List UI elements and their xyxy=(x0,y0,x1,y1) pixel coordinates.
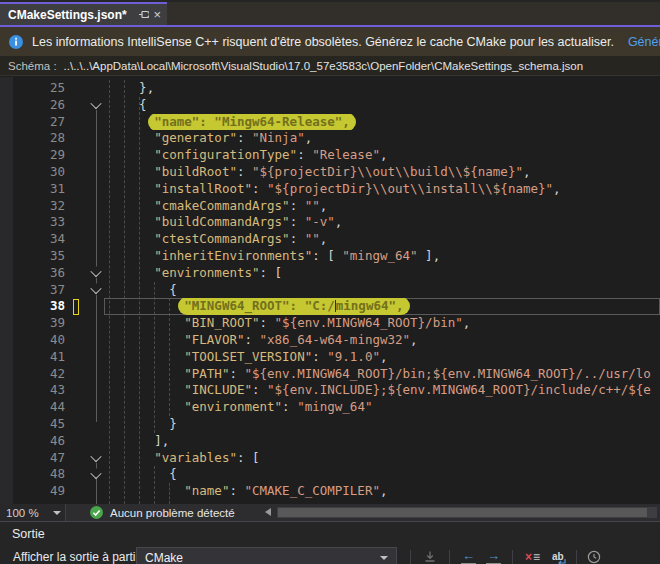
code-text: "PATH": "${env.MINGW64_ROOT}/bin;${env.M… xyxy=(104,366,660,383)
scrollbar-thumb[interactable] xyxy=(278,508,647,517)
code-editor[interactable]: 25 },26 {27 "name": "Mingw64-Release",28… xyxy=(0,77,660,504)
toolbar-separator xyxy=(576,550,577,564)
clock-icon[interactable] xyxy=(587,550,601,564)
fold-column[interactable] xyxy=(87,101,104,109)
code-line[interactable]: 45 } xyxy=(0,416,660,433)
code-line[interactable]: 27 "name": "Mingw64-Release", xyxy=(0,114,660,131)
goto-message-icon[interactable] xyxy=(423,550,437,564)
dropdown-arrow-icon xyxy=(53,511,61,515)
fold-chevron-icon[interactable] xyxy=(90,451,101,462)
code-line[interactable]: 39 "BIN_ROOT": "${env.MINGW64_ROOT}/bin"… xyxy=(0,315,660,332)
clear-all-icon[interactable]: ×≡ xyxy=(525,552,540,562)
code-line[interactable]: 41 "TOOLSET_VERSION": "9.1.0", xyxy=(0,349,660,366)
code-line[interactable]: 47 "variables": [ xyxy=(0,450,660,467)
code-text: }, xyxy=(104,80,660,97)
fold-column[interactable] xyxy=(87,471,104,479)
code-line[interactable]: 29 "configurationType": "Release", xyxy=(0,147,660,164)
line-number: 27 xyxy=(0,114,65,131)
code-line[interactable]: 42 "PATH": "${env.MINGW64_ROOT}/bin;${en… xyxy=(0,366,660,383)
code-line[interactable]: 33 "buildCommandArgs": "-v", xyxy=(0,214,660,231)
code-line[interactable]: 38 "MINGW64_ROOT": "C:/mingw64", xyxy=(0,298,660,315)
zoom-select[interactable]: 100 % xyxy=(0,504,66,521)
generate-link[interactable]: Générer xyxy=(628,35,660,49)
code-line[interactable]: 35 "inheritEnvironments": [ "mingw_64" ]… xyxy=(0,248,660,265)
problems-indicator[interactable]: Aucun problème détecté xyxy=(90,506,235,519)
intellisense-info-bar: Les informations IntelliSense C++ risque… xyxy=(0,27,660,56)
scroll-left-arrow-icon[interactable] xyxy=(265,508,271,516)
line-number: 38 xyxy=(0,298,65,315)
code-line[interactable]: 31 "installRoot": "${projectDir}\\out\\i… xyxy=(0,181,660,198)
code-lines[interactable]: 25 },26 {27 "name": "Mingw64-Release",28… xyxy=(0,80,660,500)
line-number: 43 xyxy=(0,382,65,399)
output-source-combobox[interactable]: CMake xyxy=(136,547,397,564)
code-line[interactable]: 37 { xyxy=(0,282,660,299)
code-text: "cmakeCommandArgs": "", xyxy=(104,198,660,215)
tab-title: CMakeSettings.json* xyxy=(8,8,134,22)
code-line[interactable]: 28 "generator": "Ninja", xyxy=(0,130,660,147)
code-line[interactable]: 40 "FLAVOR": "x86_64-w64-mingw32", xyxy=(0,332,660,349)
fold-column[interactable] xyxy=(87,269,104,277)
fold-column[interactable] xyxy=(87,286,104,294)
word-wrap-icon[interactable]: ab xyxy=(552,552,564,562)
line-number: 35 xyxy=(0,248,65,265)
code-line[interactable]: 30 "buildRoot": "${projectDir}\\out\\bui… xyxy=(0,164,660,181)
code-line[interactable]: 43 "INCLUDE": "${env.INCLUDE};${env.MING… xyxy=(0,382,660,399)
line-number: 39 xyxy=(0,315,65,332)
code-line[interactable]: 48 { xyxy=(0,466,660,483)
line-number: 42 xyxy=(0,366,65,383)
horizontal-scrollbar[interactable] xyxy=(277,507,657,518)
fold-chevron-icon[interactable] xyxy=(90,98,101,109)
line-number: 29 xyxy=(0,147,65,164)
toolbar-separator xyxy=(512,550,513,564)
code-text: "configurationType": "Release", xyxy=(104,147,660,164)
code-text: "MINGW64_ROOT": "C:/mingw64", xyxy=(104,298,660,315)
code-line[interactable]: 44 "environment": "mingw_64" xyxy=(0,399,660,416)
line-number: 36 xyxy=(0,265,65,282)
line-number: 28 xyxy=(0,130,65,147)
code-text: "environment": "mingw_64" xyxy=(104,399,660,416)
output-panel: Sortie Afficher la sortie à partir de : … xyxy=(0,521,660,564)
code-text: "name": "Mingw64-Release", xyxy=(104,114,660,131)
close-icon[interactable]: × xyxy=(153,9,161,20)
search-highlight: "name": "Mingw64-Release", xyxy=(148,114,356,131)
code-text: "ctestCommandArgs": "", xyxy=(104,231,660,248)
line-number: 46 xyxy=(0,433,65,450)
tab-cmakesettings[interactable]: CMakeSettings.json* × xyxy=(0,2,167,25)
next-message-icon[interactable]: → xyxy=(486,550,501,564)
line-number: 32 xyxy=(0,198,65,215)
code-text: "installRoot": "${projectDir}\\out\\inst… xyxy=(104,181,660,198)
code-text: { xyxy=(104,282,660,299)
infobar-message: Les informations IntelliSense C++ risque… xyxy=(32,35,614,49)
fold-chevron-icon[interactable] xyxy=(90,283,101,294)
pin-icon[interactable] xyxy=(138,9,149,20)
code-line[interactable]: 34 "ctestCommandArgs": "", xyxy=(0,231,660,248)
code-text: "variables": [ xyxy=(104,450,660,467)
info-icon xyxy=(9,35,23,49)
line-number: 37 xyxy=(0,282,65,299)
code-text: "INCLUDE": "${env.INCLUDE};${env.MINGW64… xyxy=(104,382,660,399)
line-number: 44 xyxy=(0,399,65,416)
fold-chevron-icon[interactable] xyxy=(90,468,101,479)
line-number: 41 xyxy=(0,349,65,366)
prev-message-icon[interactable]: ← xyxy=(461,550,476,564)
line-number: 48 xyxy=(0,466,65,483)
code-line[interactable]: 26 { xyxy=(0,97,660,114)
output-title: Sortie xyxy=(12,527,45,541)
unsaved-change-marker xyxy=(73,299,79,315)
line-number: 31 xyxy=(0,181,65,198)
dropdown-arrow-icon xyxy=(380,556,388,560)
fold-column[interactable] xyxy=(87,454,104,462)
code-text: "inheritEnvironments": [ "mingw_64" ], xyxy=(104,248,660,265)
code-text: "buildRoot": "${projectDir}\\out\\build\… xyxy=(104,164,660,181)
change-marker-column xyxy=(65,299,87,315)
code-text: { xyxy=(104,466,660,483)
code-line[interactable]: 36 "environments": [ xyxy=(0,265,660,282)
code-line[interactable]: 49 "name": "CMAKE_C_COMPILER", xyxy=(0,483,660,500)
code-line[interactable]: 25 }, xyxy=(0,80,660,97)
code-line[interactable]: 46 ], xyxy=(0,433,660,450)
code-line[interactable]: 32 "cmakeCommandArgs": "", xyxy=(0,198,660,215)
fold-chevron-icon[interactable] xyxy=(90,266,101,277)
schema-path[interactable]: ..\..\..\AppData\Local\Microsoft\VisualS… xyxy=(64,60,584,72)
line-number: 47 xyxy=(0,450,65,467)
line-number: 49 xyxy=(0,483,65,500)
